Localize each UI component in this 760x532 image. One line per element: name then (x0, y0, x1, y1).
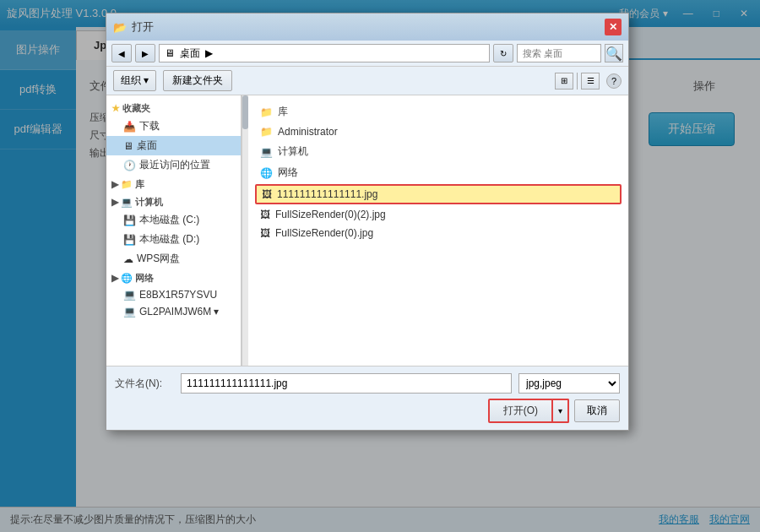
view-list-button[interactable]: ☰ (581, 73, 600, 90)
computer-arrow-icon: ▶ (111, 197, 118, 208)
nav-pane: ★ 收藏夹 📥 下载 🖥 桌面 🕐 最近访问的位置 ▶ 📁 (106, 95, 242, 366)
nav-item-wps[interactable]: ☁ WPS网盘 (106, 249, 241, 269)
organize-button[interactable]: 组织 ▾ (113, 70, 156, 91)
nav-item-drive-d[interactable]: 💾 本地磁盘 (D:) (106, 230, 241, 249)
dialog-body: ★ 收藏夹 📥 下载 🖥 桌面 🕐 最近访问的位置 ▶ 📁 (106, 95, 628, 366)
nav-section-computer: ▶ 💻 计算机 (106, 193, 241, 210)
nav-item-gl2p[interactable]: 💻 GL2PAIMJW6M ▾ (106, 303, 241, 320)
file-item-network[interactable]: 🌐 网络 (255, 163, 622, 182)
nav-section-library: ▶ 📁 库 (106, 175, 241, 193)
file-open-dialog: 📂 打开 ✕ ◀ ▶ 🖥 桌面 ▶ ↻ 🔍 组织 ▾ 新建文件夹 ⊞ (106, 13, 629, 431)
refresh-button[interactable]: ↻ (493, 44, 513, 62)
file-item-library[interactable]: 📁 库 (255, 102, 622, 122)
dialog-title: 打开 (132, 19, 154, 35)
nav-section-favorites: ★ 收藏夹 (106, 99, 241, 117)
drive-c-icon: 💾 (123, 214, 136, 226)
image-111-icon: 🖼 (262, 188, 272, 200)
view-grid-button[interactable]: ⊞ (555, 73, 573, 90)
library-arrow-icon: ▶ (111, 179, 118, 190)
filename-input[interactable] (181, 373, 512, 394)
search-button[interactable]: 🔍 (605, 44, 623, 62)
network-icon: 🌐 (121, 273, 133, 284)
cancel-button[interactable]: 取消 (574, 399, 620, 422)
image-fullsize2-icon: 🖼 (260, 209, 270, 220)
filename-row: 文件名(N): jpg,jpeg (115, 373, 620, 394)
file-name-111: 111111111111111.jpg (277, 188, 377, 200)
nav-section-network: ▶ 🌐 网络 (106, 269, 241, 286)
nav-item-download[interactable]: 📥 下载 (106, 117, 241, 136)
image-fullsize0-icon: 🖼 (260, 227, 270, 239)
wps-cloud-icon: ☁ (123, 253, 133, 265)
back-button[interactable]: ◀ (111, 44, 132, 62)
gl2p-icon: 💻 (123, 306, 136, 318)
dialog-close-button[interactable]: ✕ (605, 19, 622, 35)
open-button-container: 打开(O) ▾ (488, 399, 569, 423)
file-pane: 📁 库 📁 Administrator 💻 计算机 🌐 网络 🖼 (248, 95, 628, 366)
search-input[interactable] (517, 44, 601, 62)
star-icon: ★ (111, 103, 120, 114)
folder-admin-icon: 📁 (260, 126, 273, 138)
dialog-bottom: 文件名(N): jpg,jpeg 打开(O) ▾ 取消 (106, 366, 628, 430)
dialog-action-row: 打开(O) ▾ 取消 (115, 399, 620, 423)
address-path[interactable]: 🖥 桌面 ▶ (159, 44, 490, 62)
dialog-toolbar: 组织 ▾ 新建文件夹 ⊞ ☰ ? (106, 67, 628, 95)
folder-computer-icon: 💻 (260, 146, 273, 158)
open-dropdown-button[interactable]: ▾ (553, 399, 569, 423)
filetype-select[interactable]: jpg,jpeg (518, 373, 620, 394)
dialog-title-bar: 📂 打开 ✕ (106, 14, 628, 41)
drive-d-icon: 💾 (123, 234, 136, 246)
view-buttons: ⊞ ☰ (555, 73, 600, 90)
download-icon: 📥 (123, 121, 136, 133)
new-folder-button[interactable]: 新建文件夹 (163, 70, 232, 91)
modal-backdrop: 📂 打开 ✕ ◀ ▶ 🖥 桌面 ▶ ↻ 🔍 组织 ▾ 新建文件夹 ⊞ (0, 0, 760, 532)
library-folder-icon: 📁 (121, 179, 133, 190)
open-button[interactable]: 打开(O) (488, 399, 553, 423)
path-arrow-icon: ▶ (205, 47, 213, 59)
file-item-administrator[interactable]: 📁 Administrator (255, 123, 622, 140)
path-desktop-icon: 🖥 (165, 47, 175, 59)
folder-network-icon: 🌐 (260, 167, 273, 179)
recent-icon: 🕐 (123, 160, 136, 171)
nav-item-e8bx[interactable]: 💻 E8BX1R57YSVU (106, 286, 241, 303)
help-button[interactable]: ? (606, 73, 622, 89)
file-item-fullsize2[interactable]: 🖼 FullSizeRender(0)(2).jpg (255, 206, 622, 223)
computer-pc-icon: 💻 (121, 197, 133, 208)
file-item-computer[interactable]: 💻 计算机 (255, 142, 622, 161)
dialog-address-bar: ◀ ▶ 🖥 桌面 ▶ ↻ 🔍 (106, 41, 628, 67)
network-arrow-icon: ▶ (111, 273, 118, 284)
nav-item-recent[interactable]: 🕐 最近访问的位置 (106, 155, 241, 175)
nav-item-drive-c[interactable]: 💾 本地磁盘 (C:) (106, 210, 241, 230)
dialog-title-icon: 📂 (113, 21, 127, 34)
path-desktop-label: 桌面 (180, 46, 200, 61)
nav-scrollbar[interactable] (242, 95, 248, 366)
file-item-fullsize0[interactable]: 🖼 FullSizeRender(0).jpg (255, 225, 622, 242)
folder-library-icon: 📁 (260, 106, 273, 118)
filename-label: 文件名(N): (115, 377, 174, 391)
e8bx-icon: 💻 (123, 289, 136, 301)
nav-item-desktop[interactable]: 🖥 桌面 (106, 136, 241, 155)
forward-button[interactable]: ▶ (135, 44, 155, 62)
file-item-111[interactable]: 🖼 111111111111111.jpg (255, 184, 622, 204)
desktop-icon: 🖥 (123, 140, 133, 152)
